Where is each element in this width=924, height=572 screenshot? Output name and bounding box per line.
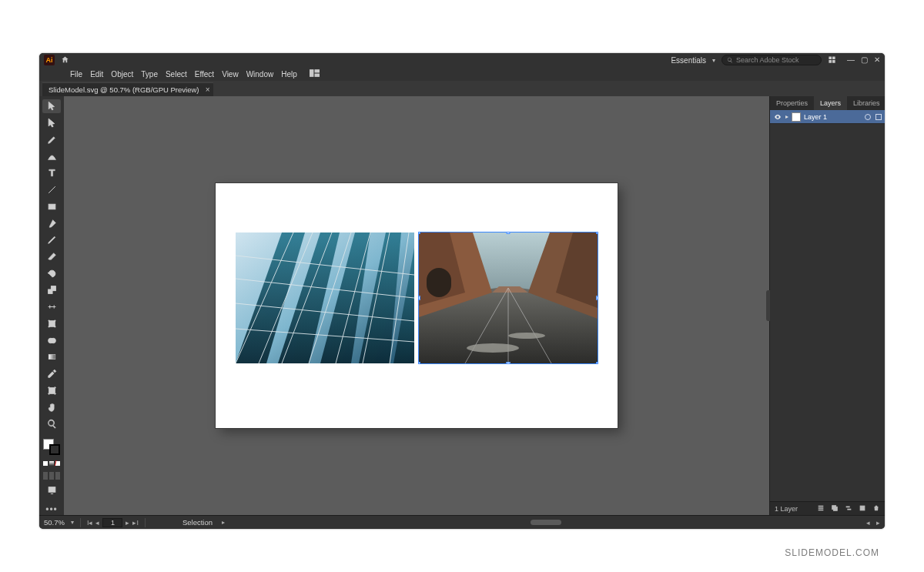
eraser-tool[interactable] — [42, 250, 61, 264]
menu-window[interactable]: Window — [246, 70, 274, 79]
canvas[interactable] — [64, 96, 769, 515]
svg-rect-4 — [49, 204, 55, 209]
line-tool[interactable] — [42, 183, 61, 197]
selection-handle[interactable] — [596, 362, 598, 363]
create-sublayer-icon[interactable] — [845, 504, 852, 513]
svg-rect-7 — [49, 321, 55, 327]
paintbrush-tool[interactable] — [42, 216, 61, 230]
menu-view[interactable]: View — [222, 70, 239, 79]
tab-properties[interactable]: Properties — [770, 96, 814, 110]
svg-line-3 — [49, 186, 55, 193]
menu-edit[interactable]: Edit — [90, 70, 103, 79]
arrange-windows-icon[interactable] — [310, 69, 320, 79]
stroke-swatch[interactable] — [49, 444, 60, 455]
shape-builder-tool[interactable] — [42, 333, 61, 347]
color-mode-row[interactable]: / — [43, 461, 60, 466]
selection-handle[interactable] — [596, 296, 598, 300]
current-tool-label: Selection — [182, 518, 213, 527]
close-tab-icon[interactable]: × — [206, 85, 210, 94]
layer-selection-indicator — [875, 114, 882, 120]
arrange-documents-icon[interactable] — [828, 55, 836, 65]
layer-thumbnail — [792, 112, 801, 122]
screen-mode-button[interactable] — [42, 483, 61, 497]
menu-select[interactable]: Select — [166, 70, 187, 79]
pen-tool[interactable] — [42, 132, 61, 146]
home-icon[interactable] — [61, 55, 69, 65]
menu-object[interactable]: Object — [111, 70, 133, 79]
width-tool[interactable] — [42, 300, 61, 314]
horizontal-scrollbar[interactable] — [231, 520, 860, 525]
expand-layer-icon[interactable]: ▸ — [785, 113, 788, 120]
tab-layers[interactable]: Layers — [814, 96, 847, 110]
hand-tool[interactable] — [42, 400, 61, 414]
menu-effect[interactable]: Effect — [195, 70, 214, 79]
svg-rect-38 — [427, 268, 451, 297]
placed-image-right[interactable] — [419, 232, 598, 363]
direct-selection-tool[interactable] — [42, 116, 61, 130]
curvature-tool[interactable] — [42, 149, 61, 163]
selection-handle[interactable] — [419, 232, 420, 234]
chevron-down-icon[interactable]: ▾ — [712, 57, 715, 64]
scroll-left-button[interactable]: ◂ — [866, 519, 870, 527]
svg-rect-1 — [314, 69, 320, 72]
app-window: Ai Essentials ▾ Search Adobe Stock — ▢ ✕… — [38, 52, 886, 530]
selection-handle[interactable] — [596, 232, 598, 234]
tab-libraries[interactable]: Libraries — [847, 96, 886, 110]
prev-artboard-button[interactable]: ◂ — [95, 519, 99, 527]
delete-layer-icon[interactable] — [872, 504, 880, 513]
search-input[interactable]: Search Adobe Stock — [721, 55, 822, 65]
maximize-button[interactable]: ▢ — [861, 56, 868, 64]
svg-point-9 — [54, 320, 55, 322]
menu-help[interactable]: Help — [281, 70, 297, 79]
last-artboard-button[interactable]: ▸I — [132, 519, 139, 527]
chevron-right-icon[interactable]: ▸ — [222, 519, 225, 526]
layer-name[interactable]: Layer 1 — [804, 113, 827, 121]
layer-row[interactable]: ▸ Layer 1 — [770, 110, 885, 124]
svg-point-46 — [508, 333, 545, 339]
artboard-number-input[interactable]: 1 — [102, 518, 122, 527]
artboard-tool[interactable] — [42, 383, 61, 397]
minimize-button[interactable]: — — [847, 56, 855, 64]
document-tab-bar: SlideModel.svg @ 50.7% (RGB/GPU Preview)… — [39, 81, 885, 96]
fill-stroke-swatch[interactable] — [43, 439, 60, 456]
document-tab-title: SlideModel.svg @ 50.7% (RGB/GPU Preview) — [49, 85, 199, 94]
first-artboard-button[interactable]: I◂ — [87, 519, 93, 527]
layer-target-icon[interactable] — [865, 114, 871, 120]
type-tool[interactable] — [42, 166, 61, 180]
zoom-level[interactable]: 50.7% — [44, 518, 65, 527]
locate-object-icon[interactable] — [817, 504, 825, 513]
selection-handle[interactable] — [419, 362, 420, 363]
artboard-navigation: I◂ ◂ 1 ▸ ▸I — [87, 518, 139, 527]
menu-file[interactable]: File — [70, 70, 82, 79]
next-artboard-button[interactable]: ▸ — [126, 519, 129, 527]
gradient-tool[interactable] — [42, 350, 61, 364]
draw-mode-row[interactable] — [43, 472, 60, 480]
search-placeholder: Search Adobe Stock — [736, 56, 799, 64]
artboard[interactable] — [216, 183, 618, 428]
close-button[interactable]: ✕ — [874, 56, 880, 64]
selection-tool[interactable] — [42, 99, 61, 113]
selection-handle[interactable] — [507, 232, 511, 234]
document-tab[interactable]: SlideModel.svg @ 50.7% (RGB/GPU Preview)… — [42, 82, 213, 96]
edit-toolbar-button[interactable]: ••• — [45, 504, 58, 515]
free-transform-tool[interactable] — [42, 317, 61, 331]
panel-resize-grip[interactable] — [766, 290, 770, 321]
scroll-right-button[interactable]: ▸ — [876, 519, 880, 527]
workspace-switcher[interactable]: Essentials — [671, 56, 706, 65]
rectangle-tool[interactable] — [42, 199, 61, 213]
layers-panel-footer: 1 Layer — [770, 501, 885, 515]
pencil-tool[interactable] — [42, 233, 61, 247]
chevron-down-icon[interactable]: ▾ — [71, 519, 74, 526]
eyedropper-tool[interactable] — [42, 367, 61, 381]
new-layer-icon[interactable] — [859, 504, 866, 513]
menu-type[interactable]: Type — [141, 70, 158, 79]
selection-handle[interactable] — [419, 296, 420, 300]
scale-tool[interactable] — [42, 283, 61, 297]
make-clipping-mask-icon[interactable] — [831, 504, 839, 513]
svg-rect-48 — [833, 507, 837, 510]
visibility-toggle-icon[interactable] — [773, 112, 782, 122]
selection-handle[interactable] — [507, 362, 511, 363]
placed-image-left[interactable] — [236, 232, 414, 363]
rotate-tool[interactable] — [42, 266, 61, 280]
zoom-tool[interactable] — [42, 417, 61, 431]
